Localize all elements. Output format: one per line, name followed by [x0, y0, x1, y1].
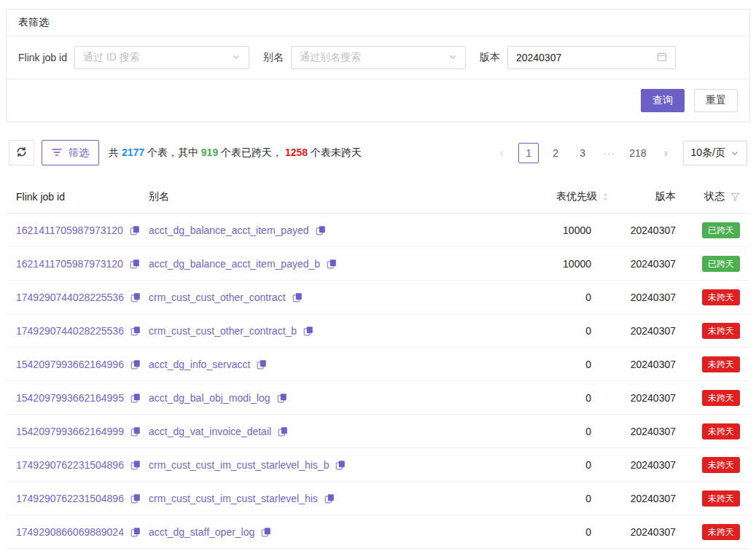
copy-icon[interactable] — [303, 326, 313, 336]
copy-icon[interactable] — [324, 493, 335, 504]
copy-icon[interactable] — [130, 460, 141, 470]
crossed-count: 919 — [201, 146, 218, 158]
copy-icon[interactable] — [278, 426, 288, 437]
alias-cell: acct_dg_vat_invoice_detail — [149, 426, 520, 437]
alias-link[interactable]: acct_dg_vat_invoice_detail — [149, 426, 271, 437]
alias-cell: crm_cust_cust_other_contract_b — [149, 325, 520, 337]
copy-icon[interactable] — [277, 393, 287, 403]
job-id-link[interactable]: 1749290762231504896 — [16, 493, 124, 504]
priority-cell: 0 — [520, 392, 609, 404]
filter-actions-row: 查询 重置 — [7, 79, 749, 122]
priority-cell: 0 — [520, 526, 609, 538]
job-id-link[interactable]: 1621411705987973120 — [16, 258, 123, 270]
filter-toggle-button[interactable]: 筛选 — [42, 140, 99, 165]
filter-toggle-label: 筛选 — [69, 146, 89, 160]
copy-icon[interactable] — [292, 292, 303, 302]
status-badge: 未跨天 — [702, 457, 740, 473]
flink-job-id-select[interactable]: 通过 ID 搜索 — [74, 46, 249, 69]
version-date-input[interactable]: 20240307 — [507, 46, 676, 69]
refresh-icon — [16, 146, 27, 160]
column-header-alias: 别名 — [149, 190, 520, 203]
filter-card: 表筛选 Flink job id 通过 ID 搜索 别名 通过别名搜索 — [6, 9, 750, 122]
version-value: 20240307 — [516, 52, 561, 63]
copy-icon[interactable] — [261, 527, 271, 537]
alias-link[interactable]: acct_dg_info_servacct — [149, 359, 250, 370]
priority-cell: 10000 — [520, 258, 609, 270]
page: 表筛选 Flink job id 通过 ID 搜索 别名 通过别名搜索 — [0, 0, 756, 559]
copy-icon[interactable] — [335, 460, 346, 470]
alias-select[interactable]: 通过别名搜索 — [291, 46, 466, 69]
query-button[interactable]: 查询 — [641, 89, 685, 112]
status-cell: 未跨天 — [676, 323, 740, 339]
pagination-page-218[interactable]: 218 — [626, 143, 649, 163]
job-id-link[interactable]: 1542097993662164996 — [16, 359, 124, 370]
copy-icon[interactable] — [130, 225, 140, 235]
copy-icon[interactable] — [130, 359, 141, 370]
table-row: 1542097993662164996 acct_dg_info_servacc… — [6, 348, 750, 381]
pagination-page-2[interactable]: 2 — [545, 143, 566, 163]
alias-link[interactable]: acct_dg_staff_oper_log — [149, 526, 254, 538]
alias-link[interactable]: acct_dg_balance_acct_item_payed — [149, 224, 309, 236]
pagination-page-1[interactable]: 1 — [518, 143, 539, 163]
job-id-link[interactable]: 1749290762231504896 — [16, 459, 124, 471]
alias-cell: acct_dg_staff_oper_log — [149, 526, 520, 538]
table-row: 1749290762231504896 crm_cust_cust_im_cus… — [6, 448, 750, 482]
reset-button[interactable]: 重置 — [694, 89, 738, 112]
flink-job-id-label: Flink job id — [18, 52, 67, 63]
priority-cell: 0 — [520, 426, 609, 437]
column-header-status: 状态 — [676, 190, 740, 203]
status-cell: 未跨天 — [676, 390, 740, 406]
priority-cell: 0 — [520, 493, 609, 504]
job-id-link[interactable]: 1542097993662164995 — [16, 392, 124, 404]
uncrossed-count: 1258 — [285, 146, 308, 158]
alias-link[interactable]: crm_cust_cust_other_contract_b — [149, 325, 297, 337]
copy-icon[interactable] — [130, 259, 140, 269]
copy-icon[interactable] — [130, 426, 141, 437]
status-cell: 未跨天 — [676, 490, 740, 507]
alias-link[interactable]: acct_dg_balance_acct_item_payed_b — [149, 258, 320, 270]
alias-link[interactable]: crm_cust_cust_im_cust_starlevel_his_b — [149, 459, 329, 471]
job-id-link[interactable]: 1621411705987973120 — [16, 224, 123, 236]
job-id-cell: 1749290762231504896 — [16, 459, 149, 471]
status-cell: 未跨天 — [676, 524, 740, 540]
job-id-link[interactable]: 1749290744028225536 — [16, 292, 124, 303]
page-size-select[interactable]: 10条/页 — [683, 141, 747, 165]
pagination-prev[interactable]: ‹ — [491, 143, 512, 163]
status-badge: 未跨天 — [702, 323, 740, 339]
alias-cell: acct_dg_balance_acct_item_payed_b — [149, 258, 520, 270]
copy-icon[interactable] — [130, 326, 141, 336]
job-id-link[interactable]: 1542097993662164999 — [16, 426, 124, 437]
priority-cell: 0 — [520, 292, 609, 303]
version-cell: 20240307 — [609, 325, 676, 337]
status-cell: 未跨天 — [676, 423, 740, 439]
pagination-page-3[interactable]: 3 — [572, 143, 593, 163]
alias-link[interactable]: crm_cust_cust_im_cust_starlevel_his — [149, 493, 318, 504]
filter-funnel-icon[interactable] — [730, 192, 740, 202]
version-field: 版本 20240307 — [480, 46, 676, 69]
pagination-next[interactable]: › — [656, 143, 677, 163]
pagination-ellipsis[interactable]: ··· — [599, 143, 620, 163]
job-id-cell: 1542097993662164999 — [16, 426, 149, 437]
job-id-link[interactable]: 1749290866069889024 — [16, 526, 124, 538]
refresh-button[interactable] — [9, 140, 34, 165]
alias-field: 别名 通过别名搜索 — [263, 46, 466, 69]
table-row: 1621411705987973120 acct_dg_balance_acct… — [6, 214, 750, 247]
alias-link[interactable]: crm_cust_cust_other_contract — [149, 292, 286, 303]
version-cell: 20240307 — [609, 426, 676, 437]
data-table: Flink job id 别名 表优先级 版本 状态 1621411705987… — [6, 181, 750, 549]
copy-icon[interactable] — [327, 259, 337, 269]
copy-icon[interactable] — [257, 359, 267, 370]
copy-icon[interactable] — [130, 527, 141, 537]
job-id-link[interactable]: 1749290744028225536 — [16, 325, 124, 337]
copy-icon[interactable] — [316, 225, 326, 235]
alias-link[interactable]: acct_dg_bal_obj_modi_log — [149, 392, 270, 404]
copy-icon[interactable] — [130, 292, 141, 302]
filter-card-title: 表筛选 — [7, 9, 749, 36]
pagination-top: ‹123···218›10条/页 — [491, 141, 747, 165]
alias-placeholder: 通过别名搜索 — [300, 51, 361, 64]
status-cell: 已跨天 — [676, 256, 740, 272]
copy-icon[interactable] — [130, 393, 141, 403]
alias-cell: acct_dg_info_servacct — [149, 359, 520, 370]
copy-icon[interactable] — [130, 493, 141, 504]
sort-icon[interactable] — [602, 192, 609, 202]
